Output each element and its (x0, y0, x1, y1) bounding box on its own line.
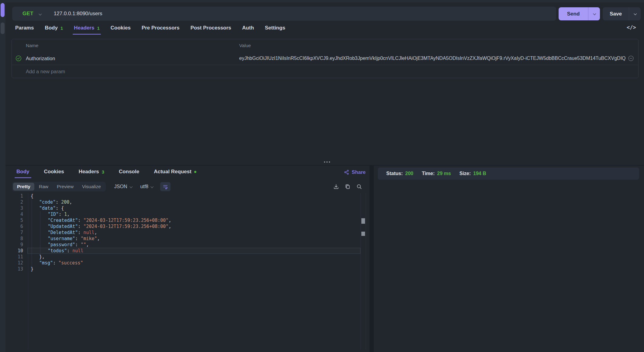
line-number: 13 (5, 266, 23, 272)
add-param-placeholder[interactable]: Add a new param (26, 69, 65, 74)
line-number: 5 (5, 217, 23, 223)
tab-params[interactable]: Params (15, 25, 34, 31)
line-number: 6 (5, 223, 23, 229)
method-dropdown-icon[interactable] (39, 11, 41, 16)
code-content: "password": "", (23, 242, 89, 248)
split-drag-handle[interactable] (324, 161, 330, 163)
tab-label: Settings (265, 25, 285, 31)
share-button[interactable]: Share (344, 169, 366, 175)
code-line: 2"code": 200, (5, 199, 370, 205)
code-content: "UpdatedAt": "2024-03-12T17:59:23.256+08… (23, 223, 171, 229)
response-tab-label: Body (16, 169, 29, 175)
response-panels-divider[interactable] (370, 166, 374, 352)
tab-cookies[interactable]: Cookies (111, 25, 131, 31)
code-content: "ID": 1, (23, 211, 70, 217)
search-icon[interactable] (356, 184, 362, 190)
sidebar-indicator[interactable] (1, 22, 5, 34)
status-bar: Status: 200 Time: 29 ms Size: 194 B (378, 167, 639, 180)
response-body-editor[interactable]: 1{2"code": 200,3"data": {4"ID": 1,5"Crea… (5, 193, 370, 352)
response-panel: BodyCookiesHeaders3ConsoleActual Request… (5, 166, 370, 352)
line-number: 3 (5, 205, 23, 211)
scrollbar-thumb[interactable] (361, 218, 365, 224)
response-tab-headers[interactable]: Headers3 (79, 169, 104, 175)
viewer-toolbar: PrettyRawPreviewVisualize JSON utf8 (12, 181, 170, 192)
word-wrap-icon (163, 184, 168, 189)
tab-count-badge: 3 (102, 169, 104, 174)
tab-count-badge: 1 (97, 26, 99, 31)
viewer-actions (333, 181, 362, 192)
response-tab-actual-request[interactable]: Actual Request (154, 169, 196, 175)
code-line: 11}, (5, 254, 370, 260)
column-header-name: Name (26, 43, 38, 48)
response-time: Time: 29 ms (422, 171, 451, 176)
tab-body[interactable]: Body1 (45, 25, 63, 31)
current-line-highlight (27, 248, 360, 254)
enabled-check-icon[interactable] (15, 55, 22, 61)
tab-label: Headers (74, 25, 94, 31)
code-content: "data": { (23, 205, 64, 211)
code-line: 6"UpdatedAt": "2024-03-12T17:59:23.256+0… (5, 223, 370, 229)
view-mode-pretty[interactable]: Pretty (13, 183, 34, 191)
header-row[interactable]: AuthorizationeyJhbGciOiJIUzI1NiIsInR5cCI… (12, 52, 638, 65)
send-button-label: Send (559, 11, 588, 17)
indent-guide (32, 199, 32, 266)
tab-count-badge: 1 (60, 26, 63, 31)
tab-label: Post Processors (191, 25, 231, 31)
tab-settings[interactable]: Settings (265, 25, 285, 31)
code-content: "code": 200, (23, 199, 72, 205)
code-line: 12"msg": "success" (5, 260, 370, 266)
url-input[interactable]: 127.0.0.1:8090/users (54, 11, 102, 17)
request-tabs: ParamsBody1Headers1CookiesPre Processors… (15, 25, 285, 31)
overview-ruler[interactable] (360, 193, 366, 350)
tab-auth[interactable]: Auth (242, 25, 254, 31)
save-button[interactable]: Save (603, 7, 641, 20)
code-snippet-icon[interactable]: </> (627, 24, 636, 30)
code-line: 4"ID": 1, (5, 211, 370, 217)
response-tab-body[interactable]: Body (16, 169, 29, 175)
collapsed-sidebar[interactable] (0, 0, 5, 352)
language-value: JSON (114, 184, 127, 189)
code-line: 1{ (5, 193, 370, 199)
response-tab-cookies[interactable]: Cookies (44, 169, 64, 175)
encoding-dropdown[interactable]: utf8 (140, 184, 153, 189)
tab-post-processors[interactable]: Post Processors (191, 25, 231, 31)
method-label[interactable]: GET (22, 11, 33, 17)
line-number: 9 (5, 242, 23, 248)
encoding-value: utf8 (140, 184, 149, 189)
code-line: 9"password": "", (5, 242, 370, 248)
param-value-cell[interactable]: eyJhbGciOiJIUzI1NiIsInR5cCI6IkpXVCJ9.eyJ… (239, 56, 626, 61)
indent-guide (40, 211, 40, 254)
response-tab-label: Headers (79, 169, 99, 175)
headers-table-header: Name Value (12, 39, 638, 52)
line-number: 8 (5, 236, 23, 242)
save-button-label: Save (603, 11, 629, 17)
download-icon[interactable] (333, 184, 339, 190)
param-name-cell[interactable]: Authorization (26, 56, 55, 61)
response-tab-console[interactable]: Console (119, 169, 139, 175)
line-number: 7 (5, 229, 23, 236)
save-dropdown-icon[interactable] (629, 7, 641, 20)
language-dropdown[interactable]: JSON (114, 184, 132, 189)
status-code: Status: 200 (386, 171, 413, 176)
tab-headers[interactable]: Headers1 (74, 25, 99, 31)
scrollbar-thumb[interactable] (361, 232, 365, 236)
copy-icon[interactable] (345, 184, 351, 190)
remove-param-icon[interactable] (628, 55, 634, 61)
add-param-row[interactable]: Add a new param (12, 65, 638, 78)
view-mode-preview[interactable]: Preview (53, 183, 77, 191)
code-content: "CreatedAt": "2024-03-12T17:59:23.256+08… (23, 217, 171, 223)
response-tabs: BodyCookiesHeaders3ConsoleActual Request (16, 169, 196, 175)
view-mode-raw[interactable]: Raw (35, 183, 52, 191)
response-size: Size: 194 B (460, 171, 486, 176)
line-number: 2 (5, 199, 23, 205)
tab-pre-processors[interactable]: Pre Processors (142, 25, 180, 31)
view-mode-visualize[interactable]: Visualize (78, 183, 105, 191)
line-number: 11 (5, 254, 23, 260)
sidebar-active-indicator[interactable] (1, 3, 5, 17)
send-dropdown-icon[interactable] (588, 7, 600, 20)
url-bar[interactable]: GET 127.0.0.1:8090/users (12, 7, 556, 21)
send-button[interactable]: Send (559, 7, 600, 20)
code-line: 13} (5, 266, 370, 272)
line-number: 4 (5, 211, 23, 217)
word-wrap-button[interactable] (160, 182, 170, 191)
